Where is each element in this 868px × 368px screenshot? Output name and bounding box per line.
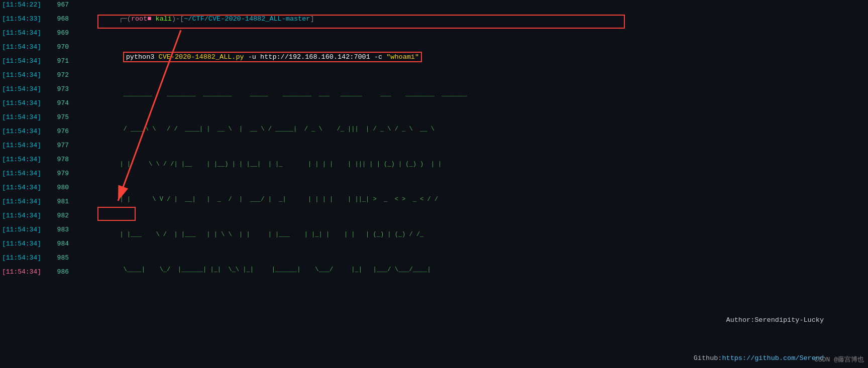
timestamp-971: [11:54:34]	[0, 57, 48, 65]
linenum-979: 979	[48, 170, 73, 177]
timestamp-975: [11:54:34]	[0, 113, 48, 121]
timestamp-973: [11:54:34]	[0, 85, 48, 93]
prompt-kali-967: kali	[151, 15, 172, 23]
content-area: ┌─(root■ kali)-[~/CTF/CVE-2020-14882_ALL…	[90, 0, 868, 368]
prompt-root-967: root	[131, 15, 147, 23]
linenum-972: 972	[48, 71, 73, 79]
timestamp-985: [11:54:34]	[0, 254, 48, 262]
linenum-983: 983	[48, 226, 73, 233]
linenum-975: 975	[48, 113, 73, 121]
line-row-970: [11:54:34] 970	[0, 42, 90, 56]
terminal-window: [11:54:22] 967 [11:54:33] 968 [11:54:34]…	[0, 0, 868, 368]
line-content-969: ________ ________ ________ _____ _______…	[94, 76, 864, 111]
timestamp-984: [11:54:34]	[0, 240, 48, 248]
line-content-975	[94, 287, 864, 301]
github-line: Github:https://github.com/Serend	[694, 352, 824, 364]
timestamp-970: [11:54:34]	[0, 43, 48, 51]
line-row-975: [11:54:34] 975	[0, 112, 90, 127]
cmd-script: CVE-2020-14882_ALL.py	[159, 53, 244, 61]
timestamp-968: [11:54:33]	[0, 15, 48, 23]
line-content-970: / ____\ \ / / ____| | __ \ | __ \ / ____…	[94, 111, 864, 147]
line-content-971: | | \ \ / /| |__ | |__) | | |__| | |_ | …	[94, 147, 864, 182]
timestamp-983: [11:54:34]	[0, 226, 48, 233]
prompt-end-967: ]	[310, 15, 314, 23]
line-row-978: [11:54:34] 978	[0, 155, 90, 169]
cmd-url: http://192.168.160.142:7001	[260, 53, 370, 61]
ascii-974: \____| \_/ |______| |_| \_\ |_| |______|…	[116, 266, 431, 273]
line-row-986: [11:54:34] 986	[0, 267, 90, 281]
line-content-968: python3 CVE-2020-14882_ALL.py -u http://…	[94, 38, 864, 76]
timestamp-977: [11:54:34]	[0, 142, 48, 149]
line-row-974: [11:54:34] 974	[0, 98, 90, 112]
prompt-hash-968	[119, 53, 123, 61]
ascii-973: | |___ \ / | |___ | | \ \ | | | |___ | |…	[116, 231, 423, 238]
command-highlighted-968: python3 CVE-2020-14882_ALL.py -u http://…	[123, 52, 422, 62]
timestamp-972: [11:54:34]	[0, 71, 48, 79]
linenum-978: 978	[48, 156, 73, 163]
ascii-971: | | \ \ / /| |__ | |__) | | |__| | |_ | …	[116, 161, 442, 168]
line-row-971: [11:54:34] 971	[0, 56, 90, 70]
linenum-980: 980	[48, 184, 73, 191]
timestamp-980: [11:54:34]	[0, 184, 48, 191]
cmd-args1: -u	[244, 53, 260, 61]
linenum-968: 968	[48, 15, 73, 23]
linenum-981: 981	[48, 198, 73, 205]
timestamp-981: [11:54:34]	[0, 198, 48, 205]
line-row-979: [11:54:34] 979	[0, 169, 90, 183]
timestamp-986: [11:54:34]	[0, 268, 48, 276]
author-line: Author:Serendipity-Lucky	[726, 314, 824, 326]
linenum-971: 971	[48, 57, 73, 65]
linenum-973: 973	[48, 85, 73, 93]
line-row-967: [11:54:22] 967	[0, 0, 90, 14]
ascii-sep-969: ________ ________ ________ _____ _______…	[116, 90, 467, 97]
line-content-973: | |___ \ / | |___ | | \ \ | | | |___ | |…	[94, 217, 864, 252]
line-row-980: [11:54:34] 980	[0, 183, 90, 197]
linenum-986: 986	[48, 268, 73, 276]
linenum-982: 982	[48, 212, 73, 219]
prompt-path-967: ~/CTF/CVE-2020-14882_ALL-master	[184, 15, 310, 23]
line-content-977: Github:https://github.com/Serend	[94, 339, 864, 368]
ascii-970: / ____\ \ / / ____| | __ \ | __ \ / ____…	[116, 126, 435, 133]
timestamp-982: [11:54:34]	[0, 212, 48, 219]
line-row-969: [11:54:34] 969	[0, 28, 90, 42]
timestamp-976: [11:54:34]	[0, 128, 48, 135]
github-url: https://github.com/Serend	[722, 354, 824, 362]
cmd-python3: python3	[126, 53, 159, 61]
line-numbers-panel: [11:54:22] 967 [11:54:33] 968 [11:54:34]…	[0, 0, 90, 368]
linenum-974: 974	[48, 99, 73, 107]
line-row-984: [11:54:34] 984	[0, 239, 90, 253]
linenum-976: 976	[48, 128, 73, 135]
timestamp-974: [11:54:34]	[0, 99, 48, 107]
line-row-985: [11:54:34] 985	[0, 253, 90, 267]
prompt-sep-967: )-[	[172, 15, 184, 23]
timestamp-979: [11:54:34]	[0, 170, 48, 177]
timestamp-967: [11:54:22]	[0, 1, 48, 9]
line-row-972: [11:54:34] 972	[0, 70, 90, 84]
line-content-972: | | \ V / | __| | _ / | ___/ | _| | | | …	[94, 182, 864, 217]
line-row-977: [11:54:34] 977	[0, 141, 90, 155]
line-row-982: [11:54:34] 982	[0, 211, 90, 225]
line-content-976: Author:Serendipity-Lucky	[94, 301, 864, 339]
line-content-974: \____| \_/ |______| |_| \_\ |_| |______|…	[94, 252, 864, 287]
cmd-args2: -c	[370, 53, 386, 61]
line-row-981: [11:54:34] 981	[0, 197, 90, 211]
line-row-983: [11:54:34] 983	[0, 225, 90, 239]
linenum-977: 977	[48, 142, 73, 149]
cmd-whoami: "whoami"	[386, 53, 419, 61]
linenum-969: 969	[48, 29, 73, 37]
linenum-985: 985	[48, 254, 73, 262]
ascii-972: | | \ V / | __| | _ / | ___/ | _| | | | …	[116, 196, 438, 203]
linenum-970: 970	[48, 43, 73, 51]
prompt-connector-967: ┌─(	[119, 15, 131, 23]
line-row-976: [11:54:34] 976	[0, 127, 90, 141]
line-content-967: ┌─(root■ kali)-[~/CTF/CVE-2020-14882_ALL…	[94, 0, 864, 38]
timestamp-969: [11:54:34]	[0, 29, 48, 37]
line-row-973: [11:54:34] 973	[0, 84, 90, 98]
linenum-984: 984	[48, 240, 73, 248]
csdn-badge: CSDN @藤宫博也	[814, 355, 864, 364]
line-row-968: [11:54:33] 968	[0, 14, 90, 28]
github-label: Github:	[694, 354, 722, 362]
timestamp-978: [11:54:34]	[0, 156, 48, 163]
linenum-967: 967	[48, 1, 73, 9]
